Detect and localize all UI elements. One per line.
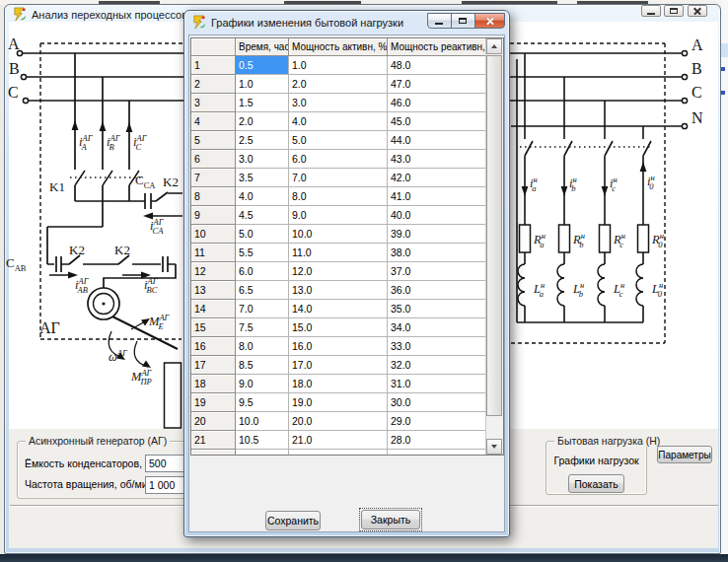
column-header[interactable] [191,38,236,56]
table-cell[interactable]: 10.0 [236,412,289,431]
table-cell[interactable]: 4.5 [236,206,289,225]
table-cell[interactable]: 36.0 [388,281,486,300]
dialog-maximize-button[interactable] [451,13,475,29]
column-header[interactable]: Мощность реактивн, % [388,38,486,56]
table-cell[interactable]: 44.0 [388,131,486,150]
table-cell[interactable]: 1.0 [289,56,388,75]
table-cell[interactable]: 22.0 [289,450,388,456]
table-cell[interactable]: 38.0 [388,244,486,262]
table-cell[interactable]: 8.0 [289,187,388,206]
close-button[interactable]: Закрыть [361,510,420,529]
table-cell[interactable]: 3.5 [236,169,289,187]
table-cell[interactable]: 2.0 [289,75,388,94]
table-cell[interactable]: 4.0 [236,187,289,206]
table-cell[interactable]: 1.0 [236,75,289,94]
parameters-button[interactable]: Параметры [657,446,712,463]
table-cell[interactable]: 47.0 [388,75,486,94]
vertical-scrollbar[interactable] [485,38,503,455]
row-number-cell[interactable]: 1 [191,56,236,75]
table-cell[interactable]: 7.0 [236,300,289,318]
table-cell[interactable]: 18.0 [289,375,388,393]
row-number-cell[interactable]: 4 [191,112,236,131]
row-number-cell[interactable]: 10 [191,225,236,244]
column-header[interactable]: Мощность активн, % [289,38,388,56]
table-cell[interactable]: 15.0 [289,318,388,337]
table-cell[interactable]: 12.0 [289,262,388,281]
row-number-cell[interactable]: 8 [191,187,236,206]
main-close-button[interactable] [688,5,707,17]
table-cell[interactable]: 9.0 [236,375,289,393]
table-cell[interactable]: 9.0 [289,206,388,225]
row-number-cell[interactable]: 5 [191,131,236,150]
table-cell[interactable]: 45.0 [388,112,486,131]
scroll-up-button[interactable] [486,38,502,54]
table-cell[interactable]: 28.0 [388,431,486,450]
table-cell[interactable]: 10.0 [289,225,388,244]
row-number-cell[interactable]: 14 [191,300,236,318]
table-cell[interactable]: 41.0 [388,187,486,206]
table-cell[interactable]: 9.5 [236,393,289,412]
table-cell[interactable]: 11.0 [236,450,289,456]
table-cell[interactable]: 17.0 [289,356,388,375]
table-cell[interactable]: 4.0 [289,112,388,131]
table-cell[interactable]: 7.5 [236,318,289,337]
row-number-cell[interactable]: 11 [191,244,236,262]
table-cell[interactable]: 27.0 [388,450,486,456]
table-cell[interactable]: 3.0 [236,150,289,169]
dialog-close-button[interactable] [474,13,505,29]
table-cell[interactable]: 10.5 [236,431,289,450]
table-cell[interactable]: 8.5 [236,356,289,375]
table-cell[interactable]: 14.0 [289,300,388,318]
row-number-cell[interactable]: 13 [191,281,236,300]
table-cell[interactable]: 39.0 [388,225,486,244]
column-header[interactable]: Время, час [236,38,289,56]
row-number-cell[interactable]: 7 [191,169,236,187]
save-button[interactable]: Сохранить [265,511,321,530]
table-cell[interactable]: 6.5 [236,281,289,300]
table-cell[interactable]: 20.0 [289,412,388,431]
row-number-cell[interactable]: 21 [191,431,236,450]
main-maximize-button[interactable] [664,5,684,17]
table-cell[interactable]: 31.0 [388,375,486,393]
table-cell[interactable]: 6.0 [236,262,289,281]
row-number-cell[interactable]: 2 [191,75,236,94]
table-cell[interactable]: 2.5 [236,131,289,150]
scrollbar-thumb[interactable] [486,55,502,416]
table-cell[interactable]: 37.0 [388,262,486,281]
row-number-cell[interactable]: 9 [191,206,236,225]
row-number-cell[interactable]: 17 [191,356,236,375]
table-cell[interactable]: 33.0 [388,337,486,356]
row-number-cell[interactable]: 18 [191,375,236,393]
table-cell[interactable]: 29.0 [388,412,486,431]
table-cell[interactable]: 1.5 [236,94,289,112]
table-cell[interactable]: 6.0 [289,150,388,169]
table-cell[interactable]: 40.0 [388,206,486,225]
table-cell[interactable]: 5.5 [236,244,289,262]
row-number-cell[interactable]: 22 [191,450,236,456]
main-minimize-button[interactable] [641,5,661,17]
table-cell[interactable]: 8.0 [236,337,289,356]
table-cell[interactable]: 3.0 [289,94,388,112]
table-cell[interactable]: 30.0 [388,393,486,412]
table-cell[interactable]: 13.0 [289,281,388,300]
table-cell[interactable]: 11.0 [289,244,388,262]
dialog-minimize-button[interactable] [427,13,452,29]
row-number-cell[interactable]: 6 [191,150,236,169]
table-cell[interactable]: 32.0 [388,356,486,375]
row-number-cell[interactable]: 16 [191,337,236,356]
row-number-cell[interactable]: 19 [191,393,236,412]
table-cell[interactable]: 2.0 [236,112,289,131]
table-cell[interactable]: 16.0 [289,337,388,356]
table-cell[interactable]: 35.0 [388,300,486,318]
row-number-cell[interactable]: 15 [191,318,236,337]
table-cell[interactable]: 48.0 [388,56,486,75]
table-cell[interactable]: 5.0 [236,225,289,244]
scroll-down-button[interactable] [486,439,502,455]
table-cell[interactable]: 5.0 [289,131,388,150]
table-cell[interactable]: 7.0 [289,169,388,187]
row-number-cell[interactable]: 12 [191,262,236,281]
row-number-cell[interactable]: 20 [191,412,236,431]
table-cell[interactable]: 42.0 [388,169,486,187]
table-cell[interactable]: 21.0 [289,431,388,450]
table-cell[interactable]: 0.5 [236,56,289,75]
